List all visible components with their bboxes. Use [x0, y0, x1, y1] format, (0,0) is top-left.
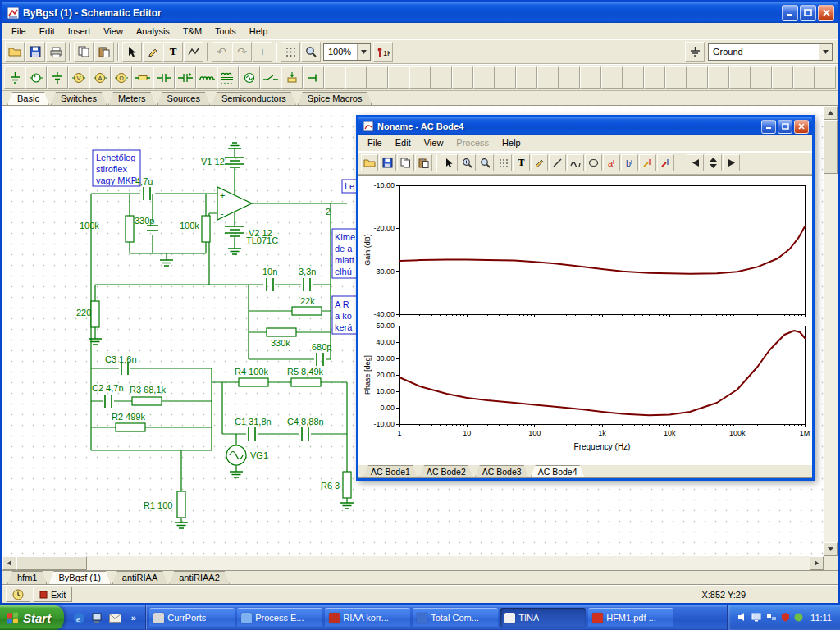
horizontal-scroll-track[interactable]	[87, 556, 810, 570]
bode-tab-ac-bode4[interactable]: AC Bode4	[531, 465, 585, 477]
scroll-left-button[interactable]	[2, 556, 16, 570]
scroll-right-button[interactable]	[810, 556, 824, 570]
ground-node-button[interactable]	[685, 42, 705, 62]
bode-save-button[interactable]	[379, 154, 396, 171]
exit-button[interactable]: Exit	[33, 587, 72, 602]
bode-ellipse-tool-button[interactable]	[585, 154, 602, 171]
menu-item-edit[interactable]: Edit	[389, 136, 418, 149]
vertical-scroll-thumb[interactable]	[824, 120, 838, 174]
undo-button[interactable]: ↶	[212, 42, 231, 62]
tray-messenger-icon[interactable]	[794, 613, 803, 623]
horizontal-scrollbar[interactable]	[2, 556, 824, 570]
main-titlebar[interactable]: ByBgsf (1) - Schematic Editor	[2, 2, 838, 23]
component-tab-sources[interactable]: Sources	[158, 92, 210, 105]
chevron-down-icon[interactable]	[357, 44, 370, 60]
shape-tool-button[interactable]	[184, 42, 203, 62]
ground-select[interactable]: Ground	[708, 43, 833, 61]
menu-item-help[interactable]: Help	[243, 25, 275, 38]
tray-network-icon[interactable]	[766, 613, 777, 623]
bode-cursor-a-button[interactable]	[639, 154, 656, 171]
sheet-tab-hfm1[interactable]: hfm1	[7, 571, 47, 584]
scroll-down-button[interactable]	[824, 542, 838, 556]
copy-button[interactable]	[74, 42, 94, 62]
bode-tab-ac-bode2[interactable]: AC Bode2	[419, 465, 473, 477]
taskbar-task-hfm1-pdf[interactable]: HFM1.pdf ...	[588, 608, 673, 628]
component-polarized-capacitor-button[interactable]	[175, 66, 196, 89]
taskbar-task-currports[interactable]: CurrPorts	[149, 608, 235, 628]
print-button[interactable]	[46, 42, 66, 62]
close-button[interactable]	[818, 5, 834, 21]
quicklaunch-overflow-chevron[interactable]: »	[126, 611, 140, 625]
zoom-button[interactable]	[301, 42, 321, 62]
bode-copy-button[interactable]	[397, 154, 414, 171]
menu-item-file[interactable]: File	[5, 25, 33, 38]
menu-item-view[interactable]: View	[418, 136, 450, 149]
component-tab-switches[interactable]: Switches	[51, 92, 107, 105]
taskbar-task-riaa-korr[interactable]: RIAA korr...	[325, 608, 410, 628]
taskbar-task-process-e[interactable]: Process E...	[237, 608, 322, 628]
component-tab-basic[interactable]: Basic	[7, 92, 49, 105]
menu-item-help[interactable]: Help	[495, 136, 527, 149]
text-tool-button[interactable]: T	[163, 42, 183, 62]
chevron-down-icon[interactable]	[819, 44, 832, 60]
bode-prev-page-button[interactable]	[687, 154, 704, 171]
bode-tab-ac-bode3[interactable]: AC Bode3	[475, 465, 529, 477]
schematic-canvas[interactable]: Lehetőlegstiroflexvagy MKP4,7uV1 12100k3…	[2, 106, 824, 556]
bode-marker-b-button[interactable]: b	[621, 154, 638, 171]
taskbar-task-tina[interactable]: TINA	[500, 608, 586, 628]
menu-item-view[interactable]: View	[97, 25, 130, 38]
bode-grid-button[interactable]	[495, 154, 512, 171]
bode-tab-ac-bode1[interactable]: AC Bode1	[363, 465, 418, 477]
tray-security-icon[interactable]	[781, 612, 790, 623]
menu-item-process[interactable]: Process	[450, 136, 495, 149]
horizontal-scroll-thumb[interactable]	[16, 556, 87, 570]
component-ohmmeter-button[interactable]: Ω	[111, 66, 132, 89]
menu-item-file[interactable]: File	[361, 136, 389, 149]
bode-open-button[interactable]	[361, 154, 378, 171]
bode-select-arrow-button[interactable]	[441, 154, 458, 171]
component-switch-button[interactable]	[260, 66, 281, 89]
zoom-level-select[interactable]: 100%	[323, 43, 371, 61]
component-potentiometer-button[interactable]	[281, 66, 303, 89]
bode-curve-tool-button[interactable]	[567, 154, 584, 171]
component-inductor-button[interactable]	[196, 66, 217, 89]
redo-button[interactable]: ↷	[232, 42, 252, 62]
bode-next-page-button[interactable]	[723, 154, 740, 171]
vertical-scroll-track[interactable]	[824, 174, 838, 542]
bode-maximize-button[interactable]	[778, 120, 792, 134]
sheet-tab-antiriaa2[interactable]: antiRIAA2	[169, 571, 230, 584]
vertical-scrollbar[interactable]	[824, 106, 838, 556]
component-battery-button[interactable]	[47, 66, 68, 89]
wire-tool-button[interactable]	[143, 42, 162, 62]
component-terminal-button[interactable]	[303, 66, 324, 89]
bode-marker-a-button[interactable]: a	[603, 154, 620, 171]
bode-zoom-in-button[interactable]	[459, 154, 476, 171]
bode-line-tool-button[interactable]	[549, 154, 566, 171]
scroll-up-button[interactable]	[824, 106, 838, 120]
menu-item-t-m[interactable]: T&M	[176, 25, 208, 38]
component-coupled-inductor-button[interactable]	[217, 66, 239, 89]
taskbar-task-total-com[interactable]: Total Com...	[413, 608, 498, 628]
component-tab-spice-macros[interactable]: Spice Macros	[298, 92, 372, 105]
paste-button[interactable]	[94, 42, 114, 62]
sheet-tab-antiriaa[interactable]: antiRIAA	[112, 571, 167, 584]
component-capacitor-button[interactable]	[153, 66, 175, 89]
component-signal-generator-button[interactable]	[239, 66, 260, 89]
open-button[interactable]	[5, 42, 25, 62]
quicklaunch-browser-icon[interactable]: e	[72, 611, 86, 625]
bode-page-spinner[interactable]	[705, 154, 722, 171]
component-resistor-button[interactable]	[132, 66, 153, 89]
bode-paste-button[interactable]	[415, 154, 432, 171]
start-button[interactable]: Start	[0, 605, 64, 630]
component-voltage-source-button[interactable]	[25, 66, 47, 89]
menu-item-edit[interactable]: Edit	[33, 25, 62, 38]
maximize-button[interactable]	[800, 5, 816, 21]
bode-zoom-out-button[interactable]	[477, 154, 494, 171]
minimize-button[interactable]	[782, 5, 798, 21]
component-ground-button[interactable]	[4, 66, 25, 89]
component-tab-meters[interactable]: Meters	[108, 92, 156, 105]
component-ammeter-button[interactable]: A	[89, 66, 111, 89]
quicklaunch-desktop-icon[interactable]	[90, 611, 104, 625]
tray-volume-icon[interactable]	[737, 612, 747, 623]
bode-pen-tool-button[interactable]	[531, 154, 548, 171]
